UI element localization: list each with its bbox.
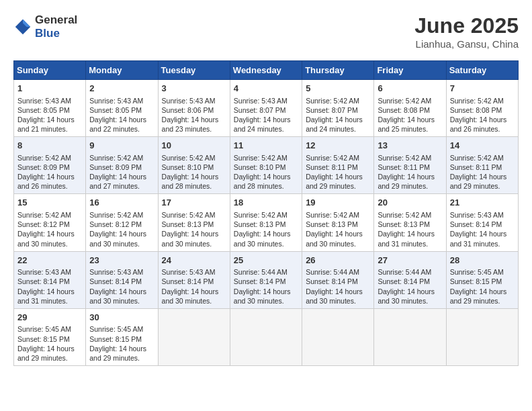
daylight-label: Daylight: 14 hours (162, 173, 219, 181)
table-row: 2Sunrise: 5:43 AMSunset: 8:05 PMDaylight… (86, 80, 158, 137)
table-row: 30Sunrise: 5:45 AMSunset: 8:15 PMDayligh… (86, 308, 158, 365)
table-row: 21Sunrise: 5:43 AMSunset: 8:14 PMDayligh… (446, 194, 518, 251)
daylight-label: Daylight: 14 hours (234, 287, 291, 295)
sunset-text: Sunset: 8:14 PM (17, 277, 70, 285)
table-row: 10Sunrise: 5:42 AMSunset: 8:10 PMDayligh… (158, 137, 230, 194)
day-number: 28 (450, 255, 515, 267)
daylight-minutes: and 30 minutes. (306, 297, 356, 305)
daylight-label: Daylight: 14 hours (450, 116, 507, 124)
daylight-label: Daylight: 14 hours (234, 173, 291, 181)
daylight-minutes: and 29 minutes. (450, 297, 500, 305)
sunset-text: Sunset: 8:09 PM (17, 163, 70, 171)
sunrise-text: Sunrise: 5:45 AM (89, 325, 143, 333)
day-number: 14 (450, 140, 515, 152)
sunrise-text: Sunrise: 5:45 AM (17, 325, 71, 333)
sunset-text: Sunset: 8:09 PM (89, 163, 142, 171)
daylight-label: Daylight: 14 hours (162, 116, 219, 124)
table-row (446, 308, 518, 365)
daylight-minutes: and 29 minutes. (17, 354, 68, 362)
sunset-text: Sunset: 8:15 PM (17, 335, 70, 343)
daylight-label: Daylight: 14 hours (89, 173, 146, 181)
daylight-label: Daylight: 14 hours (450, 287, 507, 295)
logo-blue: Blue (35, 27, 60, 40)
sunrise-text: Sunrise: 5:42 AM (378, 154, 431, 162)
daylight-label: Daylight: 14 hours (306, 173, 363, 181)
sunrise-text: Sunrise: 5:42 AM (234, 211, 287, 219)
table-row: 22Sunrise: 5:43 AMSunset: 8:14 PMDayligh… (14, 251, 86, 308)
daylight-label: Daylight: 14 hours (17, 173, 75, 181)
daylight-label: Daylight: 14 hours (378, 230, 435, 238)
table-row: 17Sunrise: 5:42 AMSunset: 8:13 PMDayligh… (158, 194, 230, 251)
daylight-minutes: and 30 minutes. (89, 240, 140, 248)
sunset-text: Sunset: 8:14 PM (378, 277, 430, 285)
day-number: 18 (234, 197, 298, 209)
calendar-table: Sunday Monday Tuesday Wednesday Thursday… (13, 60, 519, 366)
daylight-minutes: and 28 minutes. (162, 182, 212, 190)
sunrise-text: Sunrise: 5:42 AM (450, 97, 504, 105)
daylight-minutes: and 24 minutes. (234, 125, 284, 133)
logo: General Blue (13, 13, 77, 40)
sunset-text: Sunset: 8:07 PM (234, 106, 286, 114)
day-number: 8 (17, 140, 82, 152)
sunset-text: Sunset: 8:12 PM (17, 220, 70, 228)
day-number: 27 (378, 255, 442, 267)
daylight-label: Daylight: 14 hours (89, 116, 146, 124)
day-number: 16 (89, 197, 154, 209)
daylight-minutes: and 29 minutes. (450, 182, 500, 190)
sunrise-text: Sunrise: 5:45 AM (450, 268, 504, 276)
daylight-minutes: and 24 minutes. (306, 125, 356, 133)
daylight-label: Daylight: 14 hours (162, 287, 219, 295)
sunset-text: Sunset: 8:08 PM (378, 106, 430, 114)
sunset-text: Sunset: 8:14 PM (234, 277, 286, 285)
daylight-minutes: and 30 minutes. (162, 297, 212, 305)
daylight-minutes: and 29 minutes. (378, 182, 428, 190)
table-row: 11Sunrise: 5:42 AMSunset: 8:10 PMDayligh… (230, 137, 302, 194)
logo-general: General (35, 13, 77, 26)
daylight-label: Daylight: 14 hours (234, 230, 291, 238)
day-number: 24 (162, 255, 226, 267)
daylight-label: Daylight: 14 hours (17, 287, 75, 295)
sunset-text: Sunset: 8:11 PM (306, 163, 358, 171)
table-row (302, 308, 374, 365)
day-number: 23 (89, 255, 154, 267)
daylight-minutes: and 30 minutes. (162, 240, 212, 248)
sunrise-text: Sunrise: 5:42 AM (306, 211, 359, 219)
sunrise-text: Sunrise: 5:43 AM (162, 97, 216, 105)
daylight-minutes: and 30 minutes. (234, 240, 284, 248)
daylight-minutes: and 29 minutes. (89, 354, 140, 362)
sunrise-text: Sunrise: 5:42 AM (306, 97, 359, 105)
daylight-label: Daylight: 14 hours (162, 230, 219, 238)
table-row: 25Sunrise: 5:44 AMSunset: 8:14 PMDayligh… (230, 251, 302, 308)
sunset-text: Sunset: 8:14 PM (162, 277, 214, 285)
day-number: 4 (234, 83, 298, 95)
sunrise-text: Sunrise: 5:42 AM (378, 211, 431, 219)
month-title: June 2025 (414, 13, 519, 38)
sunrise-text: Sunrise: 5:43 AM (17, 97, 71, 105)
daylight-label: Daylight: 14 hours (450, 173, 507, 181)
table-row: 7Sunrise: 5:42 AMSunset: 8:08 PMDaylight… (446, 80, 518, 137)
sunrise-text: Sunrise: 5:43 AM (162, 268, 216, 276)
table-row: 5Sunrise: 5:42 AMSunset: 8:07 PMDaylight… (302, 80, 374, 137)
daylight-label: Daylight: 14 hours (378, 116, 435, 124)
sunrise-text: Sunrise: 5:42 AM (234, 154, 287, 162)
daylight-minutes: and 21 minutes. (17, 125, 68, 133)
sunset-text: Sunset: 8:10 PM (162, 163, 214, 171)
daylight-minutes: and 27 minutes. (89, 182, 140, 190)
daylight-minutes: and 23 minutes. (162, 125, 212, 133)
day-number: 10 (162, 140, 226, 152)
daylight-minutes: and 29 minutes. (306, 182, 356, 190)
sunset-text: Sunset: 8:10 PM (234, 163, 286, 171)
daylight-minutes: and 31 minutes. (450, 240, 500, 248)
day-number: 26 (306, 255, 370, 267)
sunset-text: Sunset: 8:13 PM (162, 220, 214, 228)
sunrise-text: Sunrise: 5:42 AM (162, 211, 216, 219)
day-number: 15 (17, 197, 82, 209)
table-row: 6Sunrise: 5:42 AMSunset: 8:08 PMDaylight… (374, 80, 446, 137)
daylight-label: Daylight: 14 hours (306, 287, 363, 295)
table-row: 20Sunrise: 5:42 AMSunset: 8:13 PMDayligh… (374, 194, 446, 251)
daylight-minutes: and 26 minutes. (450, 125, 500, 133)
sunset-text: Sunset: 8:15 PM (89, 335, 142, 343)
daylight-label: Daylight: 14 hours (234, 116, 291, 124)
sunset-text: Sunset: 8:14 PM (450, 220, 502, 228)
daylight-label: Daylight: 14 hours (378, 287, 435, 295)
